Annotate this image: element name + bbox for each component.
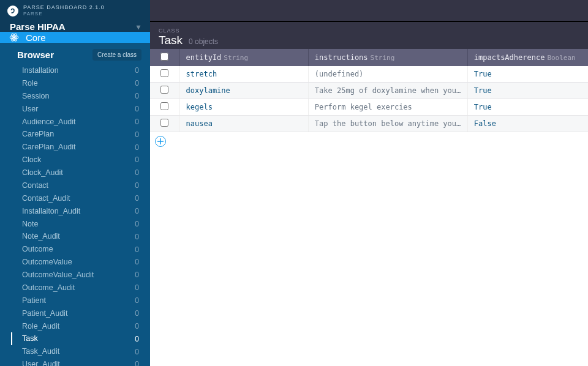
class-item-count: 0 xyxy=(135,308,139,318)
class-item-name: Contact_Audit xyxy=(22,193,70,204)
class-item-name: Installaiton_Audit xyxy=(22,206,80,217)
app-selector[interactable]: Parse HIPAA ▾ xyxy=(0,21,150,32)
sidebar-class-item[interactable]: Patient_Audit0 xyxy=(11,307,141,320)
class-item-name: Note_Audit xyxy=(22,231,60,242)
row-checkbox[interactable] xyxy=(160,69,168,77)
cell-entityid[interactable]: doxylamine xyxy=(179,83,308,99)
sidebar-class-item[interactable]: OutcomeValue_Audit0 xyxy=(11,269,141,282)
class-item-name: User xyxy=(22,104,38,114)
class-item-count: 0 xyxy=(135,78,139,88)
table-row[interactable]: stretch(undefined)True{"elements":[{"sta xyxy=(150,66,588,83)
select-all-checkbox[interactable] xyxy=(160,53,168,61)
sidebar-class-item[interactable]: Session0 xyxy=(11,90,141,103)
table-row[interactable]: doxylamineTake 25mg of doxylamine when y… xyxy=(150,83,588,99)
class-item-count: 0 xyxy=(135,232,139,242)
table-body: stretch(undefined)True{"elements":[{"sta… xyxy=(150,66,588,132)
class-item-name: Role xyxy=(22,78,38,89)
class-item-name: CarePlan xyxy=(22,129,54,140)
row-checkbox[interactable] xyxy=(160,119,168,127)
column-name: instructions xyxy=(315,53,368,62)
column-name: entityId xyxy=(186,53,222,62)
browser-section: Browser Create a class Installation0Role… xyxy=(0,43,150,366)
cell-instructions[interactable]: Tap the button below anytime you experie… xyxy=(308,116,467,132)
cell-entityid[interactable]: stretch xyxy=(179,66,308,83)
table-row[interactable]: nauseaTap the button below anytime you e… xyxy=(150,116,588,132)
class-item-name: Patient xyxy=(22,296,46,306)
sidebar-class-item[interactable]: Contact0 xyxy=(11,179,141,192)
sidebar-class-item[interactable]: Contact_Audit0 xyxy=(11,192,141,205)
class-item-count: 0 xyxy=(135,143,139,152)
class-item-count: 0 xyxy=(135,334,139,344)
class-item-count: 0 xyxy=(135,155,139,165)
row-checkbox[interactable] xyxy=(160,102,168,110)
row-checkbox[interactable] xyxy=(160,86,168,94)
class-item-count: 0 xyxy=(135,65,139,75)
sidebar-class-item[interactable]: CarePlan_Audit0 xyxy=(11,141,141,154)
sidebar-class-item[interactable]: Outcome_Audit0 xyxy=(11,282,141,294)
cell-impactsadherence[interactable]: True xyxy=(467,66,588,83)
class-item-name: OutcomeValue_Audit xyxy=(22,270,94,280)
cell-entityid[interactable]: nausea xyxy=(179,116,308,132)
section-core[interactable]: Core xyxy=(0,32,150,43)
brand-title: PARSE DASHBOARD 2.1.0 xyxy=(23,5,105,10)
column-header[interactable]: impactsAdherenceBoolean xyxy=(467,49,588,66)
select-all-header[interactable] xyxy=(150,49,179,66)
sidebar-class-item[interactable]: Note0 xyxy=(11,218,141,231)
cell-entityid[interactable]: kegels xyxy=(179,99,308,116)
class-header: CLASS Task 0 objects xyxy=(150,22,588,49)
sidebar-class-item[interactable]: Clock0 xyxy=(11,154,141,166)
sidebar-class-item[interactable]: Installaiton_Audit0 xyxy=(11,205,141,218)
cell-impactsadherence[interactable]: True xyxy=(467,99,588,116)
cell-impactsadherence[interactable]: False xyxy=(467,116,588,132)
sidebar-class-item[interactable]: User_Audit0 xyxy=(11,358,141,366)
brand-subtitle: PARSE xyxy=(23,12,105,17)
class-item-count: 0 xyxy=(135,219,139,229)
class-item-name: CarePlan_Audit xyxy=(22,142,76,152)
sidebar-class-item[interactable]: Task_Audit0 xyxy=(11,345,141,358)
data-table-wrapper[interactable]: entityIdStringinstructionsStringimpactsA… xyxy=(150,49,588,366)
add-row-button[interactable] xyxy=(155,136,166,147)
column-type: String xyxy=(371,54,395,62)
sidebar-class-item[interactable]: OutcomeValue0 xyxy=(11,256,141,269)
app-name: Parse HIPAA xyxy=(10,21,66,32)
cell-instructions[interactable]: Perform kegel exercies xyxy=(308,99,467,116)
sidebar-class-item[interactable]: User0 xyxy=(11,103,141,116)
cell-instructions[interactable]: Take 25mg of doxylamine when you experie… xyxy=(308,83,467,99)
class-item-count: 0 xyxy=(135,117,139,127)
class-item-count: 0 xyxy=(135,245,139,255)
sidebar: PARSE DASHBOARD 2.1.0 PARSE Parse HIPAA … xyxy=(0,0,150,366)
class-label: CLASS xyxy=(159,28,579,34)
sidebar-class-item[interactable]: Patient0 xyxy=(11,294,141,307)
sidebar-class-item[interactable]: Note_Audit0 xyxy=(11,230,141,243)
class-item-name: Role_Audit xyxy=(22,321,59,332)
sidebar-class-item[interactable]: CarePlan0 xyxy=(11,128,141,141)
table-row[interactable]: kegelsPerform kegel exerciesTrue{"elemen… xyxy=(150,99,588,116)
class-item-count: 0 xyxy=(135,321,139,331)
class-name: Task xyxy=(159,34,183,47)
row-select-cell[interactable] xyxy=(150,66,179,83)
class-item-count: 0 xyxy=(135,296,139,305)
sidebar-class-item[interactable]: Installation0 xyxy=(11,64,141,77)
row-select-cell[interactable] xyxy=(150,99,179,116)
class-item-count: 0 xyxy=(135,193,139,203)
class-item-count: 0 xyxy=(135,283,139,293)
cell-impactsadherence[interactable]: True xyxy=(467,83,588,99)
class-item-count: 0 xyxy=(135,270,139,280)
column-name: impactsAdherence xyxy=(474,53,545,62)
sidebar-class-item[interactable]: Outcome0 xyxy=(11,243,141,256)
sidebar-class-item[interactable]: Role0 xyxy=(11,77,141,90)
column-header[interactable]: instructionsString xyxy=(308,49,467,66)
class-item-name: Patient_Audit xyxy=(22,308,67,319)
object-count: 0 objects xyxy=(189,37,218,46)
column-header[interactable]: entityIdString xyxy=(179,49,308,66)
sidebar-class-item[interactable]: Clock_Audit0 xyxy=(11,166,141,179)
row-select-cell[interactable] xyxy=(150,83,179,99)
sidebar-class-item[interactable]: Audience_Audit0 xyxy=(11,116,141,129)
row-select-cell[interactable] xyxy=(150,116,179,132)
create-class-button[interactable]: Create a class xyxy=(92,49,141,61)
sidebar-class-item[interactable]: Role_Audit0 xyxy=(11,320,141,333)
cell-instructions[interactable]: (undefined) xyxy=(308,66,467,83)
class-item-name: Outcome xyxy=(22,244,53,255)
class-item-count: 0 xyxy=(135,104,139,114)
sidebar-class-item[interactable]: Task0 xyxy=(11,332,141,345)
